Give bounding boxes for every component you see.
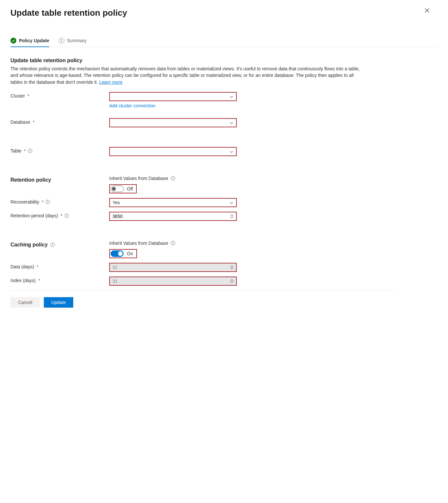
section-description: The retention policy controls the mechan…: [10, 65, 367, 85]
recoverability-label: Recoverability: [10, 199, 39, 205]
toggle-off-icon: [111, 186, 124, 192]
retention-policy-heading: Retention policy: [10, 177, 51, 183]
inherit-retention-toggle[interactable]: Off: [109, 184, 137, 193]
toggle-state-label: On: [127, 251, 133, 256]
svg-point-19: [173, 242, 173, 242]
cluster-dropdown[interactable]: [109, 92, 237, 101]
database-dropdown[interactable]: [109, 118, 237, 127]
cluster-label: Cluster: [10, 93, 25, 99]
info-icon[interactable]: [50, 243, 55, 247]
info-icon[interactable]: [28, 149, 32, 153]
chevron-down-icon: [230, 281, 233, 283]
svg-point-13: [66, 214, 67, 215]
recoverability-dropdown[interactable]: Yes: [109, 198, 237, 207]
caching-policy-heading: Caching policy: [10, 242, 55, 248]
required-marker: *: [27, 93, 29, 99]
chevron-down-icon: [230, 267, 233, 269]
number-spinner[interactable]: [230, 214, 233, 218]
chevron-down-icon: [230, 121, 233, 125]
number-spinner: [230, 279, 233, 283]
tab-summary[interactable]: 2 Summary: [59, 38, 87, 47]
required-marker: *: [61, 213, 62, 218]
svg-point-16: [52, 243, 53, 244]
required-marker: *: [33, 119, 34, 125]
table-label: Table: [10, 148, 21, 153]
step-tabs: Policy Update 2 Summary: [10, 38, 438, 47]
recoverability-value: Yes: [112, 200, 230, 205]
check-circle-icon: [10, 38, 16, 44]
required-marker: *: [38, 278, 40, 283]
close-icon[interactable]: [424, 8, 430, 13]
index-days-label: Index (days): [10, 278, 36, 283]
svg-point-4: [30, 150, 30, 150]
tab-policy-update[interactable]: Policy Update: [10, 38, 49, 47]
section-title: Update table retention policy: [10, 58, 396, 63]
database-label: Database: [10, 119, 30, 125]
learn-more-link[interactable]: Learn more: [99, 80, 123, 85]
index-days-value: [112, 278, 230, 284]
info-icon[interactable]: [45, 200, 50, 204]
add-cluster-connection-link[interactable]: Add cluster connection: [109, 103, 156, 108]
inherit-caching-label: Inherit Values from Database: [109, 241, 168, 246]
toggle-on-icon: [111, 250, 124, 257]
inherit-caching-toggle[interactable]: On: [109, 249, 137, 258]
chevron-down-icon: [230, 150, 233, 153]
required-marker: *: [42, 199, 43, 205]
required-marker: *: [24, 148, 26, 153]
tab-label: Policy Update: [19, 38, 49, 43]
retention-period-label: Retention period (days): [10, 213, 58, 218]
tab-label: Summary: [67, 38, 87, 43]
chevron-down-icon: [230, 216, 233, 218]
table-dropdown[interactable]: [109, 147, 237, 156]
index-days-input: [109, 277, 237, 286]
svg-point-7: [173, 177, 173, 177]
cancel-button[interactable]: Cancel: [10, 297, 40, 308]
info-icon[interactable]: [171, 176, 175, 181]
data-days-label: Data (days): [10, 264, 34, 269]
update-button[interactable]: Update: [44, 297, 73, 308]
chevron-down-icon: [230, 201, 233, 205]
svg-point-10: [48, 201, 48, 201]
chevron-down-icon: [230, 95, 233, 99]
step-number-icon: 2: [59, 38, 64, 44]
retention-period-value[interactable]: [112, 214, 230, 219]
inherit-retention-label: Inherit Values from Database: [109, 176, 168, 181]
number-spinner: [230, 265, 233, 269]
info-icon[interactable]: [64, 213, 69, 218]
page-title: Update table retention policy: [10, 8, 127, 18]
data-days-input: [109, 263, 237, 272]
retention-period-input[interactable]: [109, 212, 237, 221]
info-icon[interactable]: [171, 241, 175, 245]
data-days-value: [112, 265, 230, 270]
required-marker: *: [37, 264, 38, 269]
toggle-state-label: Off: [127, 186, 133, 191]
